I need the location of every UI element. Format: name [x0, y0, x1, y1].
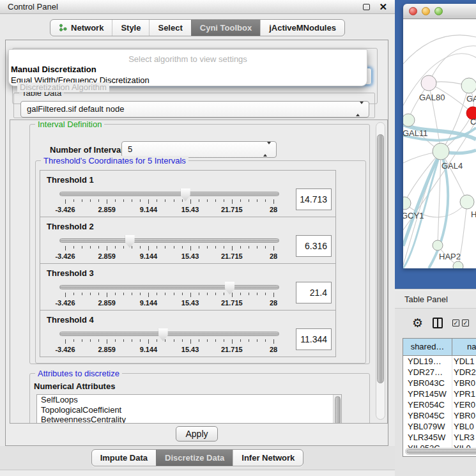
tick-mark — [182, 339, 183, 342]
algorithm-option-manual-discretization[interactable]: Manual Discretization — [9, 64, 367, 75]
list-scrollbar[interactable] — [333, 395, 341, 424]
network-node[interactable] — [453, 261, 463, 268]
tick-mark — [273, 339, 274, 344]
tick-mark — [249, 293, 249, 295]
table-row[interactable]: YBR043CYBR0 — [403, 378, 476, 388]
attribute-item-topologicalcoefficient[interactable]: TopologicalCoefficient — [37, 405, 341, 415]
table-panel-title: Table Panel — [404, 295, 448, 304]
table-row[interactable]: YDL19…YDL1 — [403, 356, 476, 367]
tab-impute-data[interactable]: Impute Data — [92, 450, 156, 466]
scrollbar-thumb[interactable] — [377, 134, 384, 383]
tick-mark — [132, 339, 132, 342]
tick-mark — [199, 199, 199, 202]
scale-label: 15.43 — [181, 206, 199, 213]
tick-mark — [90, 339, 91, 342]
settings-scrollbar[interactable] — [376, 122, 385, 420]
table-data-combobox[interactable]: galFiltered.sif default node — [20, 101, 369, 118]
node-label: GA — [466, 94, 476, 104]
close-traffic-light-icon[interactable] — [409, 7, 417, 15]
minimize-traffic-light-icon[interactable] — [422, 7, 430, 15]
tick-mark — [73, 199, 74, 202]
close-icon[interactable]: ✕ — [379, 2, 387, 12]
network-node-gal11[interactable] — [403, 114, 415, 127]
scale-label: 2.859 — [98, 252, 116, 260]
slider-ticks — [65, 199, 273, 204]
scale-label: 28 — [270, 346, 277, 353]
tab-select[interactable]: Select — [149, 20, 190, 36]
network-node-gal80[interactable] — [421, 75, 436, 91]
threshold-label: Threshold 1 — [47, 175, 94, 185]
network-node-hap2[interactable] — [433, 240, 443, 250]
node-label: H — [471, 210, 476, 219]
split-pane-icon[interactable] — [433, 318, 443, 328]
top-tabstrip: NetworkStyleSelectCyni ToolboxjActiveMNo… — [0, 19, 395, 36]
scale-label: -3.426 — [55, 252, 75, 260]
tab-style[interactable]: Style — [112, 20, 149, 36]
network-view-area: GAL80GACGAL11GAL4GCY1HHAP2 — [395, 0, 476, 289]
slider-track[interactable] — [59, 285, 279, 289]
tick-mark — [98, 339, 99, 342]
slider-track[interactable] — [59, 332, 279, 336]
slider-track[interactable] — [59, 238, 279, 243]
tick-mark — [123, 199, 124, 202]
tick-mark — [132, 246, 132, 249]
checkbox-icon[interactable]: ✓ — [452, 319, 459, 326]
threshold-value-input[interactable]: 6.316 — [296, 235, 332, 257]
threshold-value-input[interactable]: 21.4 — [296, 282, 332, 303]
table-row[interactable]: YDR27…YDR2 — [403, 367, 476, 378]
threshold-value-input[interactable]: 14.713 — [296, 188, 332, 210]
tick-mark — [132, 293, 132, 295]
tab-network[interactable]: Network — [50, 20, 112, 36]
tab-label: Network — [71, 23, 104, 33]
tick-mark — [115, 199, 116, 202]
network-node-gal4[interactable] — [433, 143, 449, 160]
scrollbar-thumb[interactable] — [406, 449, 476, 454]
tick-mark — [207, 339, 208, 342]
cell-name: YER0 — [452, 399, 476, 410]
numerical-attributes-list[interactable]: SelfLoopsTopologicalCoefficientBetweenne… — [36, 394, 342, 424]
table-horizontal-scrollbar[interactable] — [405, 448, 476, 455]
network-node-ga[interactable] — [461, 78, 476, 93]
tick-mark — [107, 293, 107, 297]
panel-title: Control Panel — [8, 2, 363, 12]
table-row[interactable]: YPR145WYPR1 — [403, 388, 476, 399]
gear-icon[interactable]: ⚙ — [412, 317, 423, 329]
threshold-row: Threshold 2-3.4262.8599.14415.4321.71528… — [40, 217, 336, 264]
tab-discretize-data[interactable]: Discretize Data — [156, 450, 233, 466]
tab-cyni-toolbox[interactable]: Cyni Toolbox — [191, 20, 260, 36]
column-header[interactable]: na — [452, 339, 476, 356]
network-canvas[interactable]: GAL80GACGAL11GAL4GCY1HHAP2 — [403, 19, 476, 268]
apply-button[interactable]: Apply — [176, 426, 217, 441]
tick-mark — [257, 339, 257, 342]
tab-jactivemnodules[interactable]: jActiveMNodules — [260, 20, 344, 36]
network-node-h[interactable] — [460, 195, 474, 209]
threshold-value-input[interactable]: 11.344 — [296, 328, 332, 350]
bottom-tabs: Impute DataDiscretize DataInfer Network — [91, 449, 304, 466]
tick-mark — [165, 246, 165, 249]
cell-shared-name: YLR345W — [403, 432, 452, 443]
scale-label: -3.426 — [55, 206, 75, 213]
cell-shared-name: YBR045C — [403, 410, 452, 421]
zoom-traffic-light-icon[interactable] — [434, 7, 443, 15]
tick-mark — [165, 339, 165, 342]
tick-mark — [107, 339, 107, 344]
float-window-icon[interactable] — [363, 4, 370, 10]
tick-mark — [257, 293, 257, 295]
scale-label: 21.715 — [221, 206, 243, 213]
column-header[interactable]: shared… — [403, 339, 452, 356]
checkbox-icon[interactable]: ✓ — [462, 319, 469, 326]
attribute-item-selfloops[interactable]: SelfLoops — [37, 395, 341, 405]
tab-label: Impute Data — [100, 453, 148, 463]
tick-mark — [82, 246, 82, 249]
slider-track[interactable] — [59, 192, 279, 196]
cell-name: YBL0 — [452, 421, 476, 432]
table-row[interactable]: YLR345WYLR3 — [403, 432, 476, 443]
table-row[interactable]: YER054CYER0 — [403, 399, 476, 410]
table-row[interactable]: YBR045CYBR0 — [403, 410, 476, 421]
tab-infer-network[interactable]: Infer Network — [233, 450, 303, 466]
attribute-item-betweennesscentrality[interactable]: BetweennessCentrality — [37, 415, 341, 424]
tick-mark — [182, 199, 183, 202]
table-row[interactable]: YBL079WYBL0 — [403, 421, 476, 432]
tick-mark — [140, 339, 141, 342]
tick-mark — [140, 293, 141, 295]
